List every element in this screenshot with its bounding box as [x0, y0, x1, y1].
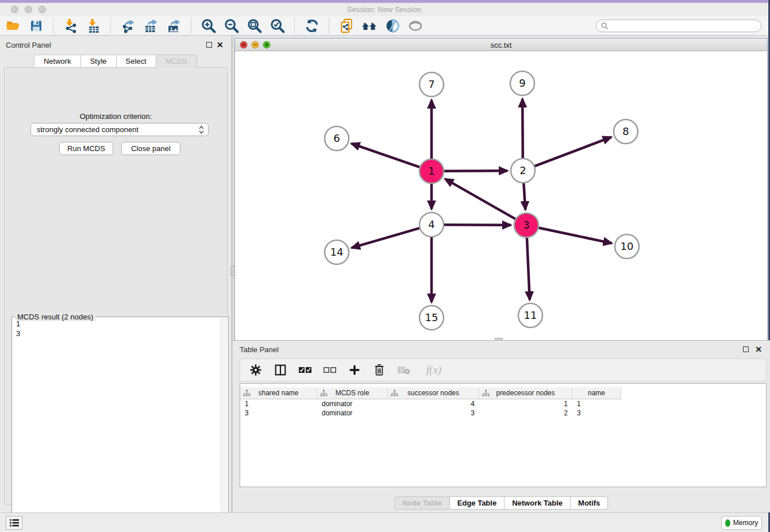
zoom-out-icon[interactable]: [223, 18, 240, 34]
import-network-icon[interactable]: [62, 18, 79, 34]
table-cell[interactable]: 3: [388, 408, 479, 418]
graph-node[interactable]: 14: [325, 240, 349, 264]
graph-edge[interactable]: [444, 225, 511, 225]
graph-edge[interactable]: [539, 228, 612, 244]
table-cell[interactable]: dominator: [317, 408, 388, 418]
column-header[interactable]: predecessor nodes: [479, 387, 572, 399]
graph-node[interactable]: 3: [514, 213, 538, 237]
table-cell[interactable]: 3: [240, 408, 317, 418]
control-panel-title: Control Panel: [6, 41, 51, 49]
table-cell[interactable]: dominator: [317, 399, 388, 408]
graph-edge[interactable]: [352, 228, 419, 248]
clone-network-icon[interactable]: [338, 18, 355, 34]
graph-node[interactable]: 4: [419, 213, 444, 237]
toolbar-separator: [191, 18, 192, 33]
tab-mcds[interactable]: MCDS: [156, 55, 197, 68]
tab-motifs[interactable]: Motifs: [570, 496, 608, 510]
graph-node[interactable]: 2: [511, 159, 535, 183]
mcds-panel: Optimization criterion: strongly connect…: [4, 67, 228, 505]
table-options-icon[interactable]: [248, 363, 263, 377]
table-cell[interactable]: 1: [479, 399, 572, 408]
optimization-criterion-label: Optimization criterion:: [5, 112, 227, 121]
tab-edge-table[interactable]: Edge Table: [449, 496, 505, 510]
export-image-icon[interactable]: [165, 18, 183, 34]
zoom-selected-icon[interactable]: [269, 18, 286, 34]
result-scrollbar[interactable]: [221, 318, 228, 532]
result-item[interactable]: 3: [12, 329, 221, 338]
column-header[interactable]: name: [572, 387, 621, 399]
network-window-titlebar: scc.txt: [235, 38, 767, 51]
import-table-icon[interactable]: [85, 18, 102, 34]
float-panel-icon[interactable]: [206, 42, 212, 48]
run-mcds-button[interactable]: Run MCDS: [59, 142, 113, 155]
graph-edge[interactable]: [527, 238, 530, 300]
create-column-icon[interactable]: [347, 363, 362, 377]
search-input[interactable]: [596, 20, 761, 32]
graph-node[interactable]: 15: [419, 306, 444, 330]
deselect-all-icon[interactable]: [322, 363, 337, 377]
show-graphics-details-icon[interactable]: [384, 18, 401, 34]
table-row[interactable]: 1dominator411: [240, 399, 766, 408]
node-table[interactable]: shared nameMCDS rolesuccessor nodesprede…: [240, 383, 767, 487]
graph-edge[interactable]: [535, 137, 611, 167]
column-header[interactable]: MCDS role: [317, 387, 388, 399]
hide-graphics-details-icon[interactable]: [407, 18, 424, 34]
criterion-dropdown[interactable]: strongly connected component: [30, 123, 209, 136]
select-all-icon[interactable]: [298, 363, 313, 377]
export-table-icon[interactable]: [143, 18, 160, 34]
svg-text:6: 6: [333, 132, 340, 144]
graph-edge[interactable]: [522, 99, 523, 158]
graph-node[interactable]: 1: [419, 159, 444, 183]
tab-network-table[interactable]: Network Table: [504, 496, 571, 510]
table-cell[interactable]: 1: [572, 399, 621, 408]
zoom-in-icon[interactable]: [200, 18, 217, 34]
graph-node[interactable]: 7: [419, 72, 444, 97]
graph-edge[interactable]: [523, 183, 525, 210]
memory-button[interactable]: Memory: [721, 516, 762, 530]
open-session-icon[interactable]: [5, 18, 22, 34]
fx-label: f(x): [426, 364, 441, 376]
graph-node[interactable]: 11: [518, 303, 542, 327]
graph-node[interactable]: 8: [614, 119, 638, 144]
delete-columns-icon[interactable]: [372, 363, 387, 377]
tab-select[interactable]: Select: [116, 55, 156, 68]
svg-text:11: 11: [524, 309, 537, 321]
mcds-result-box: MCDS result (2 nodes) 13: [11, 317, 229, 532]
table-cell[interactable]: 2: [479, 408, 572, 418]
delete-table-icon: [396, 363, 411, 377]
table-cell[interactable]: 3: [572, 408, 621, 418]
graph-edge[interactable]: [352, 144, 420, 167]
close-panel-icon[interactable]: ✕: [217, 41, 224, 49]
export-network-icon[interactable]: [120, 18, 137, 34]
zoom-fit-icon[interactable]: [246, 18, 263, 34]
graph-edge[interactable]: [445, 179, 515, 219]
graph-edge[interactable]: [444, 171, 507, 171]
column-visibility-icon[interactable]: [273, 363, 288, 377]
svg-text:2: 2: [519, 164, 526, 176]
graph-node[interactable]: 10: [615, 234, 639, 259]
table-cell[interactable]: 4: [388, 399, 479, 408]
mcds-result-list[interactable]: 13: [12, 319, 221, 532]
task-history-button[interactable]: [6, 516, 22, 530]
float-table-panel-icon[interactable]: [743, 346, 749, 352]
close-table-panel-icon[interactable]: ✕: [755, 345, 762, 353]
result-item[interactable]: 1: [12, 319, 221, 329]
svg-text:4: 4: [428, 218, 434, 230]
tab-node-table[interactable]: Node Table: [394, 496, 450, 510]
table-cell[interactable]: 1: [240, 399, 317, 408]
column-header[interactable]: successor nodes: [388, 387, 479, 399]
close-panel-button[interactable]: Close panel: [121, 142, 180, 155]
graph-node[interactable]: 9: [510, 71, 534, 95]
first-neighbors-icon[interactable]: [361, 18, 378, 34]
save-session-icon[interactable]: [28, 18, 45, 34]
apply-layout-icon[interactable]: [303, 18, 321, 34]
network-canvas[interactable]: 7968124314101511: [235, 51, 767, 340]
tab-style[interactable]: Style: [80, 55, 117, 68]
graph-node[interactable]: 6: [325, 126, 349, 151]
tab-network[interactable]: Network: [34, 55, 81, 68]
status-bar: Memory: [0, 512, 768, 532]
column-header[interactable]: shared name: [240, 387, 317, 399]
control-panel-header: Control Panel ✕: [0, 36, 232, 54]
table-row[interactable]: 3dominator323: [240, 408, 766, 418]
titlebar: Session: New Session: [0, 3, 768, 17]
